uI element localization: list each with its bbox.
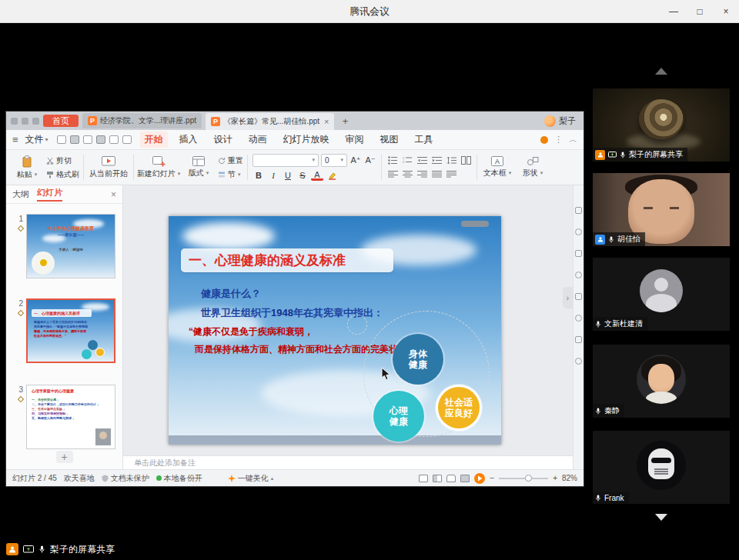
current-slide[interactable]: 一、心理健康的涵义及标准 健康是什么？ 世界卫生组织于1948年在其宪章中指出：…: [169, 216, 501, 445]
history-icon[interactable]: [575, 315, 582, 322]
layout-button[interactable]: 版式▾: [181, 152, 216, 183]
wps-quick-icon[interactable]: [11, 118, 18, 125]
tab-design[interactable]: 设计: [209, 132, 237, 148]
strikethrough-button[interactable]: S: [296, 170, 309, 182]
wps-account[interactable]: 梨子: [544, 115, 579, 127]
tab-home[interactable]: 开始: [140, 132, 168, 148]
wps-home-tab[interactable]: 首页: [43, 115, 79, 127]
font-color-button[interactable]: A: [311, 170, 323, 181]
thumbnail-image-selected[interactable]: 一、心理健康的涵义及标准 健康是什么？世界卫生组织于1948年在 其宪章中指出：…: [26, 298, 115, 363]
play-from-current-button[interactable]: 从当前开始: [86, 152, 131, 183]
tab-insert[interactable]: 插入: [175, 132, 202, 148]
new-tab-button[interactable]: +: [338, 115, 352, 127]
selection-pane-icon[interactable]: [575, 293, 582, 300]
close-button[interactable]: ×: [713, 0, 739, 23]
minimize-button[interactable]: —: [660, 0, 687, 23]
increase-indent-icon[interactable]: [430, 155, 443, 166]
slide-thumbnail-2[interactable]: 2 一、心理健康的涵义及标准 健康是什么？世界卫生组织于1948年在 其宪章中指…: [11, 298, 115, 363]
design-pane-icon[interactable]: [575, 250, 582, 257]
justify-icon[interactable]: [430, 169, 443, 180]
distribute-icon[interactable]: [445, 169, 457, 180]
align-center-icon[interactable]: [401, 169, 413, 180]
line-spacing-icon[interactable]: [445, 155, 457, 166]
tab-animation[interactable]: 动画: [244, 132, 272, 148]
zoom-slider[interactable]: [499, 478, 548, 479]
bullets-icon[interactable]: [386, 155, 399, 166]
italic-button[interactable]: I: [267, 170, 279, 182]
share-icon[interactable]: [540, 136, 548, 144]
align-right-icon[interactable]: [416, 169, 428, 180]
backup-status[interactable]: 本地备份开: [156, 473, 202, 484]
tab-view[interactable]: 视图: [376, 132, 403, 148]
zoom-slider-knob[interactable]: [525, 475, 532, 482]
circle-body-health[interactable]: 身体 健康: [393, 334, 443, 385]
tab-close-icon[interactable]: ×: [324, 117, 329, 126]
add-slide-button[interactable]: +: [56, 451, 73, 463]
thumbnail-image[interactable]: 中小学生心理健康教育 ——家长篇—— 主讲人：胡佳怡: [26, 214, 115, 278]
format-painter-button[interactable]: 格式刷: [46, 169, 79, 180]
protection-status[interactable]: 文档未保护: [102, 473, 149, 484]
thumbnail-image[interactable]: 心理学家眼中的心理健康 一、充分的安全感； 二、充分了解自己，对自己的能力作恰当…: [26, 385, 115, 449]
slide-title-box[interactable]: 一、心理健康的涵义及标准: [181, 248, 393, 272]
normal-view-icon[interactable]: [419, 475, 428, 482]
tab-slideshow[interactable]: 幻灯片放映: [279, 132, 334, 148]
help-icon[interactable]: [575, 358, 582, 365]
file-menu[interactable]: 文件 ▾: [25, 133, 48, 146]
tab-review[interactable]: 审阅: [341, 132, 369, 148]
increase-font-button[interactable]: A⁺: [349, 155, 362, 166]
zoom-in-button[interactable]: +: [553, 474, 557, 482]
bold-button[interactable]: B: [252, 170, 265, 182]
section-button[interactable]: 节 ▾: [218, 169, 243, 180]
doc-tab-2[interactable]: P 《家长篇》常见...胡佳怡.ppt ×: [206, 113, 334, 130]
font-name-combobox[interactable]: ▾: [252, 154, 319, 167]
notes-bar[interactable]: 单击此处添加备注: [123, 455, 573, 469]
slide-sorter-icon[interactable]: [433, 475, 442, 482]
shapes-button[interactable]: 形状▾: [515, 152, 550, 183]
highlight-button[interactable]: [326, 170, 338, 182]
tab-tools[interactable]: 工具: [410, 132, 438, 148]
reading-view-icon[interactable]: [446, 475, 456, 482]
participant-tile-avatar[interactable]: 文新杜建清: [593, 258, 730, 331]
image-pane-icon[interactable]: [575, 336, 582, 343]
participant-tile-photo[interactable]: 秦静: [593, 345, 730, 418]
participant-tile-trooper[interactable]: Frank: [593, 431, 730, 504]
decrease-font-button[interactable]: A⁻: [364, 155, 376, 166]
reset-button[interactable]: 重置: [218, 155, 243, 166]
circle-social-adapt[interactable]: 社会适 应良好: [436, 385, 482, 431]
circle-mental-health[interactable]: 心理 健康: [373, 391, 424, 442]
scroll-down-arrow[interactable]: [655, 514, 667, 521]
open-icon[interactable]: [57, 135, 66, 144]
play-slideshow-button[interactable]: [474, 473, 485, 484]
zoom-out-button[interactable]: −: [490, 474, 494, 482]
tab-slides[interactable]: 幻灯片: [37, 187, 62, 202]
wps-quick-icon[interactable]: [22, 118, 28, 125]
textbox-button[interactable]: A 文本框▾: [480, 152, 515, 183]
animation-pane-icon[interactable]: [575, 228, 582, 235]
properties-icon[interactable]: [575, 207, 582, 214]
wps-quick-icon[interactable]: [32, 118, 39, 125]
slide-thumbnail-3[interactable]: 3 心理学家眼中的心理健康 一、充分的安全感； 二、充分了解自己，对自己的能力作…: [11, 385, 115, 449]
maximize-button[interactable]: □: [687, 0, 713, 23]
doc-tab-1[interactable]: P 经济学院、文学...理讲座.ppt: [82, 113, 202, 128]
decrease-indent-icon[interactable]: [416, 155, 428, 166]
collapse-panel-toggle[interactable]: ›: [563, 287, 573, 308]
undo-icon[interactable]: [109, 135, 119, 144]
numbering-icon[interactable]: 12: [401, 155, 413, 166]
panel-close-icon[interactable]: ×: [111, 189, 116, 200]
beautify-button[interactable]: 一键美化 ▴: [228, 473, 274, 484]
hamburger-icon[interactable]: ≡: [12, 134, 18, 145]
columns-icon[interactable]: [460, 155, 472, 166]
preview-icon[interactable]: [96, 135, 105, 144]
slideshow-view-icon[interactable]: [460, 475, 470, 482]
font-size-combobox[interactable]: 0▾: [321, 154, 347, 167]
comment-pane-icon[interactable]: [575, 272, 582, 278]
more-icon[interactable]: ⋮: [554, 135, 563, 145]
participant-tile-video[interactable]: 胡佳怡: [593, 173, 730, 246]
tab-outline[interactable]: 大纲: [12, 188, 29, 200]
redo-icon[interactable]: [122, 135, 132, 144]
underline-button[interactable]: U: [282, 170, 294, 182]
scroll-up-arrow[interactable]: [655, 68, 667, 75]
print-icon[interactable]: [83, 135, 92, 144]
new-slide-button[interactable]: 新建幻灯片▾: [136, 152, 181, 183]
align-left-icon[interactable]: [386, 169, 399, 180]
